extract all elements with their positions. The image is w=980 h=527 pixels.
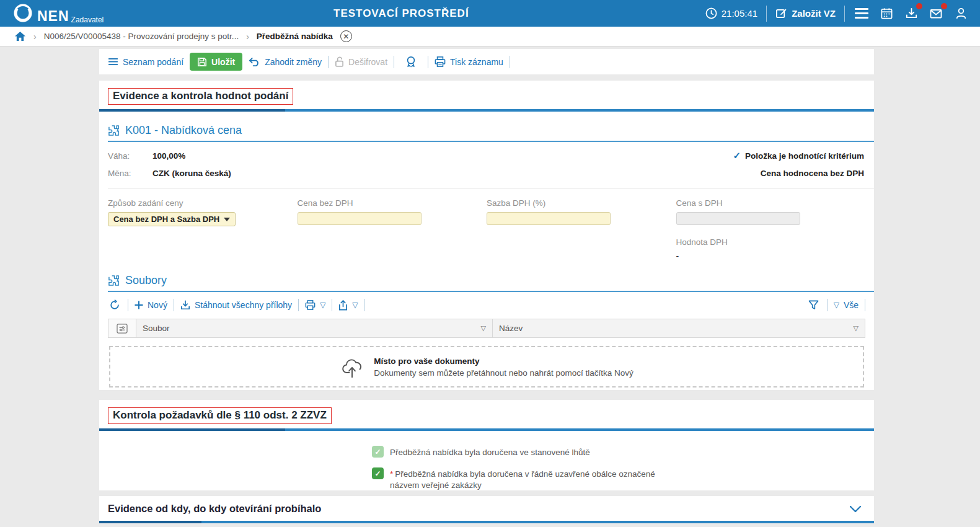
record-toolbar: Seznam podání Uložit Zahodit změny Dešif…: [99, 49, 874, 74]
dropdown-caret-icon[interactable]: ▽: [320, 301, 325, 309]
brand-subtitle: Zadavatel: [71, 16, 104, 24]
notification-badge: [916, 3, 922, 9]
printer-icon: [305, 300, 316, 310]
toolbar-divider: [827, 299, 828, 311]
calendar-button[interactable]: [878, 6, 894, 22]
table-settings-button[interactable]: [108, 319, 136, 337]
dropdown-caret-icon: ▽: [834, 301, 839, 309]
plus-icon: [135, 301, 143, 309]
new-file-label: Nový: [148, 300, 167, 310]
breadcrumb-chevron-icon: ›: [246, 32, 249, 42]
user-icon: [955, 7, 968, 20]
chevron-down-icon[interactable]: [849, 505, 862, 513]
toolbar-divider: [332, 299, 332, 311]
price-mode-field: Způsob zadání ceny Cena bez DPH a Sazba …: [108, 198, 298, 268]
collapse-header[interactable]: Evidence od kdy, do kdy otevírání probíh…: [99, 496, 874, 515]
decrypt-label: Dešifrovat: [348, 57, 387, 67]
messages-button[interactable]: [928, 6, 944, 22]
flag-price-without-vat-label: Cena hodnocena bez DPH: [761, 169, 864, 178]
clock-icon: [705, 7, 717, 19]
filter-all-button[interactable]: ▽ Vše: [834, 300, 859, 310]
home-button[interactable]: [14, 30, 26, 43]
checkbox-sealed-envelope[interactable]: ✓: [372, 467, 384, 479]
price-with-vat-label: Cena s DPH: [676, 198, 866, 208]
certificate-button[interactable]: [400, 56, 422, 68]
filter-button[interactable]: [807, 298, 821, 312]
print-files-button[interactable]: ▽: [305, 300, 325, 310]
criterion-flags: ✓ Položka je hodnotící kritérium Cena ho…: [733, 147, 864, 182]
topbar-divider: [766, 6, 767, 22]
breadcrumb: › N006/25/V00005438 - Provozování prodej…: [0, 27, 980, 46]
toolbar-divider: [298, 299, 299, 311]
files-header: Soubory: [108, 274, 865, 287]
sort-icon[interactable]: ▽: [854, 324, 859, 332]
check-sealed-envelope: ✓ *Předběžná nabídka byla doručena v řád…: [372, 467, 874, 491]
print-record-button[interactable]: Tisk záznamu: [435, 56, 503, 67]
weight-label: Váha:: [108, 151, 152, 161]
printer-icon: [435, 56, 446, 67]
check-icon: ✓: [733, 150, 741, 161]
price-mode-select[interactable]: Cena bez DPH a Sazba DPH: [108, 212, 236, 226]
column-header-file[interactable]: Soubor ▽: [136, 319, 493, 337]
environment-title: TESTOVACÍ PROSTŘEDÍ: [333, 7, 469, 20]
discard-changes-button[interactable]: Zahodit změny: [249, 57, 322, 67]
dropzone-subtitle: Dokumenty sem můžete přetáhnout nebo nah…: [374, 368, 633, 378]
refresh-icon: [109, 299, 120, 311]
vat-amount-value: -: [676, 251, 866, 261]
close-tab-icon[interactable]: ✕: [340, 30, 352, 42]
clock-display: 21:05:41: [705, 7, 757, 19]
flag-evaluation-criterion-label: Položka je hodnotící kritérium: [745, 151, 864, 161]
column-header-name[interactable]: Název ▽: [493, 319, 865, 337]
currency-value: CZK (koruna česká): [152, 169, 231, 178]
topbar-actions: 21:05:41 Založit VZ: [705, 6, 969, 22]
breadcrumb-item-procurement[interactable]: N006/25/V00005438 - Provozování prodejny…: [44, 32, 239, 41]
decrypt-button[interactable]: Dešifrovat: [335, 56, 387, 67]
notification-badge: [941, 3, 947, 9]
vat-rate-input[interactable]: [487, 212, 611, 225]
section-opening-evidence: Evidence od kdy, do kdy otevírání probíh…: [99, 496, 874, 523]
download-all-button[interactable]: Stáhnout všechny přílohy: [180, 300, 292, 310]
toolbar-divider: [428, 56, 428, 68]
toolbar-divider: [174, 299, 174, 311]
save-button[interactable]: Uložit: [190, 53, 242, 71]
inbox-downloads-button[interactable]: [903, 6, 919, 22]
column-header-file-label: Soubor: [143, 324, 170, 333]
submissions-list-button[interactable]: Seznam podání: [108, 57, 183, 67]
price-mode-label: Způsob zadání ceny: [108, 198, 298, 208]
vat-amount-field: Hodnota DPH -: [676, 237, 866, 261]
section-title-evidence: Evidence a kontrola hodnot podání: [108, 88, 293, 105]
price-no-vat-input[interactable]: [298, 212, 422, 225]
file-dropzone[interactable]: Místo pro vaše dokumenty Dokumenty sem m…: [109, 346, 864, 388]
dropdown-caret-icon[interactable]: ▽: [352, 301, 358, 309]
share-icon: [338, 300, 348, 311]
check-sealed-envelope-label: *Předběžná nabídka byla doručena v řádně…: [390, 467, 666, 491]
user-profile-button[interactable]: [953, 6, 969, 22]
menu-button[interactable]: [854, 6, 870, 22]
weight-value: 100,00%: [152, 151, 185, 161]
edit-icon: [775, 7, 787, 19]
brand-logo[interactable]: NEN Zadavatel: [14, 4, 104, 24]
new-file-button[interactable]: Nový: [135, 300, 167, 310]
create-vz-button[interactable]: Založit VZ: [775, 7, 836, 19]
top-bar: NEN Zadavatel TESTOVACÍ PROSTŘEDÍ 21:05:…: [0, 0, 980, 27]
create-vz-label: Založit VZ: [792, 8, 836, 19]
unlock-icon: [335, 56, 344, 67]
app-root: NEN Zadavatel TESTOVACÍ PROSTŘEDÍ 21:05:…: [0, 0, 980, 527]
save-label: Uložit: [211, 57, 235, 67]
toolbar-divider: [364, 299, 365, 311]
export-button[interactable]: ▽: [338, 300, 358, 311]
download-tray-icon: [905, 7, 918, 20]
sort-icon[interactable]: ▽: [481, 324, 486, 332]
dropzone-text-block: Místo pro vaše dokumenty Dokumenty sem m…: [374, 356, 633, 378]
section-underline: [99, 109, 874, 112]
save-icon: [197, 57, 207, 67]
filter-all-label: Vše: [844, 300, 859, 310]
price-no-vat-field: Cena bez DPH: [298, 198, 487, 268]
brand-name: NEN: [37, 9, 69, 24]
column-header-name-label: Název: [499, 324, 523, 333]
files-toolbar: Nový Stáhnout všechny přílohy ▽: [99, 292, 874, 313]
puzzle-icon: [108, 275, 120, 286]
refresh-button[interactable]: [108, 298, 121, 312]
section-requirements-check: Kontrola požadavků dle § 110 odst. 2 ZZV…: [99, 400, 874, 490]
submissions-list-label: Seznam podání: [123, 57, 183, 67]
